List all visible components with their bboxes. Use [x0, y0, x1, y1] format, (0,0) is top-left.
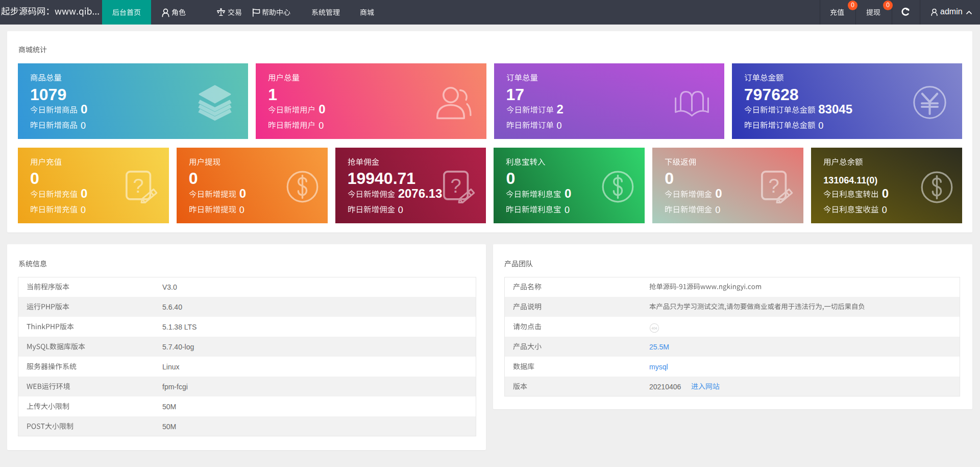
svg-text:?: ? — [133, 175, 143, 197]
svg-text:?: ? — [769, 175, 779, 197]
svg-text:?: ? — [450, 175, 461, 197]
